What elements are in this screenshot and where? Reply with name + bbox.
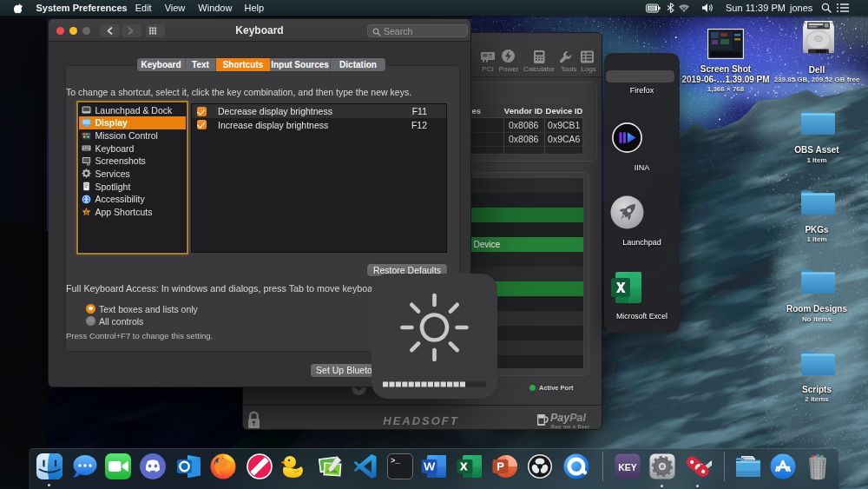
svg-text:KEY: KEY [619,462,638,472]
svg-text:>_: >_ [391,457,400,466]
